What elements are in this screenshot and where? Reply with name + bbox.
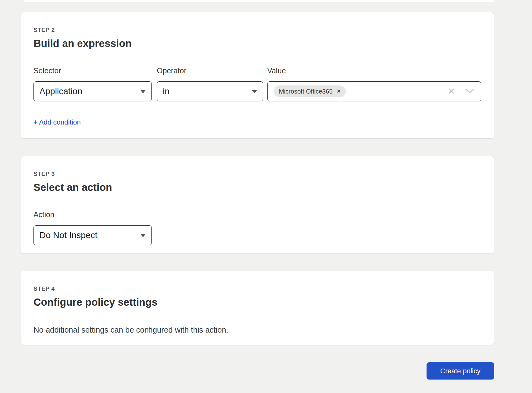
caret-down-icon xyxy=(140,90,146,93)
step4-card: STEP 4 Configure policy settings No addi… xyxy=(21,271,494,345)
operator-select[interactable]: in xyxy=(157,81,263,101)
policy-builder-content: STEP 2 Build an expression Selector Appl… xyxy=(21,12,494,380)
action-value: Do Not Inspect xyxy=(39,230,97,240)
create-policy-button[interactable]: Create policy xyxy=(427,362,494,380)
operator-field: Operator in xyxy=(157,66,263,101)
add-condition-link[interactable]: + Add condition xyxy=(33,118,81,126)
step3-label: STEP 3 xyxy=(33,171,481,177)
action-select[interactable]: Do Not Inspect xyxy=(33,225,152,245)
operator-label: Operator xyxy=(157,66,263,75)
value-multiselect[interactable]: Microsoft Office365 ✕ ✕ xyxy=(267,81,481,101)
clear-value-icon[interactable]: ✕ xyxy=(448,87,455,95)
footer-actions: Create policy xyxy=(21,362,494,380)
value-tag: Microsoft Office365 ✕ xyxy=(274,85,346,97)
step2-title: Build an expression xyxy=(33,38,481,48)
action-fields-row: Action Do Not Inspect xyxy=(33,210,481,245)
caret-down-icon xyxy=(252,90,257,93)
step2-label: STEP 2 xyxy=(33,27,481,33)
value-field: Value Microsoft Office365 ✕ ✕ xyxy=(267,66,481,101)
step3-card: STEP 3 Select an action Action Do Not In… xyxy=(21,156,494,254)
selector-field: Selector Application xyxy=(33,66,152,101)
selector-select[interactable]: Application xyxy=(33,81,152,101)
selector-value: Application xyxy=(39,86,82,96)
action-label: Action xyxy=(33,210,152,219)
selector-label: Selector xyxy=(33,66,152,75)
caret-down-icon xyxy=(140,234,146,237)
operator-value: in xyxy=(163,86,170,96)
step3-title: Select an action xyxy=(33,182,481,192)
step4-label: STEP 4 xyxy=(33,285,481,292)
action-field: Action Do Not Inspect xyxy=(33,210,152,245)
no-settings-note: No additional settings can be configured… xyxy=(33,325,481,334)
remove-tag-icon[interactable]: ✕ xyxy=(337,89,341,94)
value-tag-text: Microsoft Office365 xyxy=(279,88,333,95)
step4-title: Configure policy settings xyxy=(33,297,481,307)
chevron-down-icon[interactable] xyxy=(465,89,474,94)
step2-card: STEP 2 Build an expression Selector Appl… xyxy=(21,12,494,139)
expression-fields-row: Selector Application Operator in Value M… xyxy=(33,66,481,101)
scrolled-header-remnant xyxy=(24,0,494,2)
value-label: Value xyxy=(267,66,481,75)
